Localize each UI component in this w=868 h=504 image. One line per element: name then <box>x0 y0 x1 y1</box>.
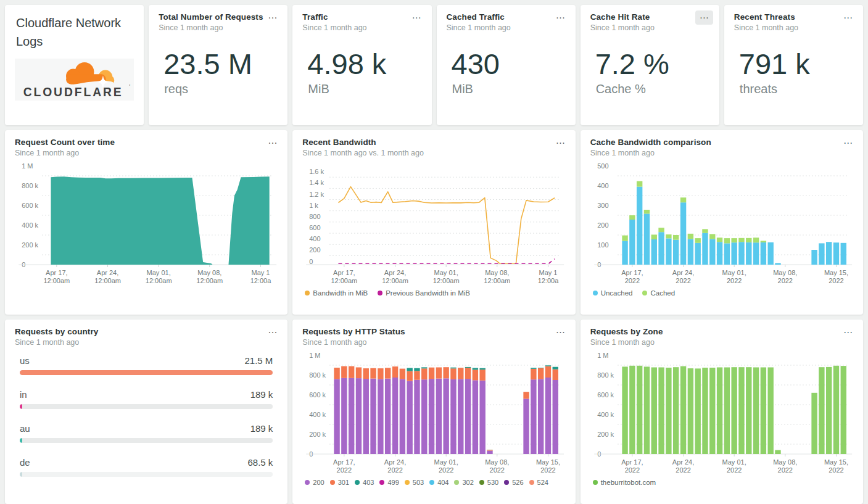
legend-label: 301 <box>338 479 349 486</box>
x-axis-label: May 1 <box>539 269 558 276</box>
x-axis-label: 12:00am <box>331 277 358 284</box>
legend-item[interactable]: 403 <box>355 479 374 486</box>
http-status-chart[interactable]: 1 M800 k600 k400 k200 k0Apr 17,2022Apr 2… <box>302 350 565 477</box>
country-row[interactable]: au189 k <box>20 423 273 443</box>
bar-segment <box>356 378 362 454</box>
y-axis-label: 800 k <box>22 182 38 189</box>
bar-segment <box>767 368 773 455</box>
panel-menu-button[interactable]: ⋯ <box>839 10 857 25</box>
x-axis-label: May 08, <box>773 458 797 466</box>
country-row[interactable]: us21.5 M <box>20 355 273 375</box>
bar-segment <box>334 379 340 454</box>
bar-segment <box>341 366 347 378</box>
panel-menu-button[interactable]: ⋯ <box>839 325 857 339</box>
bar-segment <box>629 220 635 265</box>
country-row[interactable]: in189 k <box>20 389 273 409</box>
bar-segment <box>363 368 369 379</box>
x-axis-label: Apr 17, <box>621 458 643 466</box>
x-axis-label: Apr 17, <box>333 269 355 276</box>
y-axis-label: 400 <box>597 182 608 189</box>
panel-menu-button[interactable]: ⋯ <box>839 136 857 150</box>
panel-cached-traffic: Cached Traffic Since 1 month ago ⋯ 430 M… <box>437 5 576 125</box>
bar-segment <box>658 368 664 455</box>
x-axis-label: 12:00am <box>196 277 223 284</box>
cache-bandwidth-chart[interactable]: 5004003002001000Apr 17,2022Apr 24,2022Ma… <box>590 161 853 288</box>
legend-item[interactable]: Uncached <box>593 289 633 297</box>
legend-item[interactable]: 503 <box>405 479 424 486</box>
request-count-chart[interactable]: 1 M800 k600 k400 k200 k0Apr 17,12:00amAp… <box>15 161 278 288</box>
legend-item[interactable]: 404 <box>429 479 448 486</box>
panel-subtitle: Since 1 month ago <box>159 23 278 32</box>
bar-segment <box>702 368 708 454</box>
bar-segment <box>480 370 486 381</box>
country-row[interactable]: de68.5 k <box>20 457 273 477</box>
bar-segment <box>709 368 715 454</box>
panel-menu-button[interactable]: ⋯ <box>552 10 569 25</box>
panel-menu-button[interactable]: ⋯ <box>263 136 281 150</box>
bar-segment <box>622 241 627 265</box>
legend-item[interactable]: 499 <box>379 479 399 486</box>
legend-item[interactable]: 200 <box>305 479 324 486</box>
bar-segment <box>673 367 679 454</box>
legend-label: 200 <box>313 479 324 486</box>
legend-item[interactable]: Previous Bandwidth in MiB <box>378 289 470 297</box>
panel-traffic: Traffic Since 1 month ago ⋯ 4.98 k MiB <box>292 5 431 125</box>
legend-item[interactable]: 302 <box>454 479 473 486</box>
legend-dot <box>642 291 647 295</box>
bar-segment <box>531 379 536 454</box>
bar-segment <box>673 240 679 265</box>
panel-menu-button[interactable]: ⋯ <box>408 10 426 25</box>
panel-title: Traffic <box>302 12 421 22</box>
bar-segment <box>731 367 737 454</box>
legend-item[interactable]: 530 <box>479 479 498 486</box>
legend-item[interactable]: 301 <box>330 479 349 486</box>
line-series <box>339 187 555 263</box>
legend-item[interactable]: 524 <box>529 479 548 486</box>
panel-subtitle: Since 1 month ago <box>302 23 421 32</box>
requests-zone-chart[interactable]: 1 M800 k600 k400 k200 k0Apr 17,2022Apr 2… <box>590 350 853 477</box>
legend-dot <box>305 480 310 485</box>
x-axis-label: Apr 24, <box>384 458 406 466</box>
y-axis-label: 1 M <box>597 352 608 359</box>
bar-segment <box>731 242 737 265</box>
legend-label: 530 <box>487 479 498 486</box>
panel-subtitle: Since 1 month ago <box>302 338 565 347</box>
country-list: us21.5 Min189 kau189 kde68.5 k <box>5 347 287 477</box>
recent-bandwidth-chart[interactable]: 1.6 k1.4 k1.2 k1 k8006004002000Apr 17,12… <box>302 161 565 288</box>
country-row-header: au189 k <box>20 423 273 434</box>
panel-menu-button[interactable]: ⋯ <box>263 325 281 339</box>
x-axis-label: May 01, <box>722 269 746 276</box>
bar-segment <box>429 379 434 454</box>
bar-segment <box>444 367 449 378</box>
panel-menu-button[interactable]: ⋯ <box>263 10 281 25</box>
legend-item[interactable]: Bandwidth in MiB <box>305 289 368 297</box>
y-axis-label: 1.4 k <box>309 179 324 186</box>
legend-dot <box>593 291 598 295</box>
bar-segment <box>833 242 838 265</box>
legend-item[interactable]: 526 <box>504 479 523 486</box>
bar-segment <box>687 368 693 454</box>
x-axis-label: May 01, <box>722 458 746 466</box>
x-axis-label: 2022 <box>727 466 742 474</box>
line-series <box>339 259 555 263</box>
bar-segment <box>767 242 773 265</box>
country-code: in <box>20 389 27 400</box>
legend-item[interactable]: Cached <box>642 289 675 297</box>
y-axis-label: 200 k <box>597 431 614 438</box>
panel-menu-button[interactable]: ⋯ <box>552 325 569 339</box>
legend-dot <box>529 480 534 485</box>
bar-segment <box>415 371 420 379</box>
bar-segment <box>629 366 635 454</box>
x-axis-label: 2022 <box>727 277 742 284</box>
bar-segment <box>753 242 759 265</box>
y-axis-label: 600 k <box>309 391 326 399</box>
legend-label: Uncached <box>601 289 633 297</box>
panel-menu-button[interactable]: ⋯ <box>695 10 713 25</box>
panel-recent-threats: Recent Threats Since 1 month ago ⋯ 791 k… <box>724 5 863 125</box>
panel-menu-button[interactable]: ⋯ <box>552 136 569 150</box>
bar-segment <box>429 368 434 379</box>
cache-bandwidth-legend: UncachedCached <box>581 288 863 297</box>
bar-segment <box>651 368 656 455</box>
bar-segment <box>680 366 686 454</box>
legend-item[interactable]: theburritobot.com <box>593 479 656 486</box>
